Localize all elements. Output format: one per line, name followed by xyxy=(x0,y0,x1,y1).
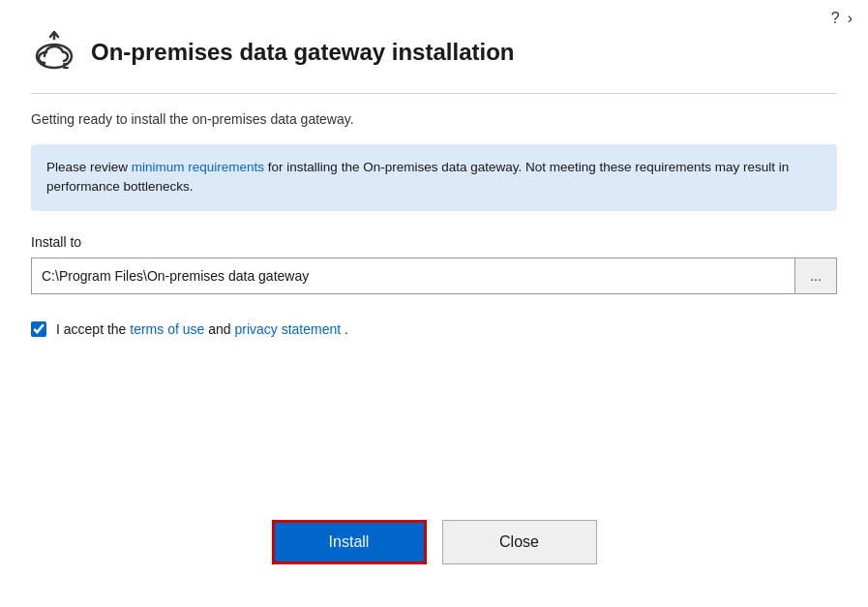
path-row: ... xyxy=(31,258,837,294)
svg-point-0 xyxy=(37,45,72,68)
checkbox-prefix: I accept the xyxy=(56,321,130,337)
checkbox-middle: and xyxy=(204,321,234,337)
checkbox-suffix: . xyxy=(341,321,348,337)
install-button[interactable]: Install xyxy=(272,520,427,564)
browse-button[interactable]: ... xyxy=(794,258,837,294)
subtitle-text: Getting ready to install the on-premises… xyxy=(31,111,837,127)
header-divider xyxy=(31,93,837,94)
page-title: On-premises data gateway installation xyxy=(91,39,514,66)
info-prefix: Please review xyxy=(46,160,132,174)
accept-checkbox[interactable] xyxy=(31,321,46,337)
install-to-label: Install to xyxy=(31,234,837,250)
checkbox-label: I accept the terms of use and privacy st… xyxy=(56,321,348,337)
terms-of-use-link[interactable]: terms of use xyxy=(130,321,204,337)
accept-checkbox-row: I accept the terms of use and privacy st… xyxy=(31,321,837,337)
header-row: On-premises data gateway installation xyxy=(31,31,837,74)
footer-buttons: Install Close xyxy=(31,462,837,584)
dialog-container: ? › On-premises data gateway installatio… xyxy=(0,0,868,607)
close-icon[interactable]: › xyxy=(848,10,853,27)
info-box: Please review minimum requirements for i… xyxy=(31,144,837,211)
install-path-input[interactable] xyxy=(31,258,794,294)
minimum-requirements-link[interactable]: minimum requirements xyxy=(132,160,264,174)
cloud-upload-icon xyxy=(31,31,77,74)
privacy-statement-link[interactable]: privacy statement xyxy=(234,321,341,337)
help-icon[interactable]: ? xyxy=(831,10,840,27)
top-right-icons: ? › xyxy=(831,10,853,27)
close-button[interactable]: Close xyxy=(442,520,597,564)
